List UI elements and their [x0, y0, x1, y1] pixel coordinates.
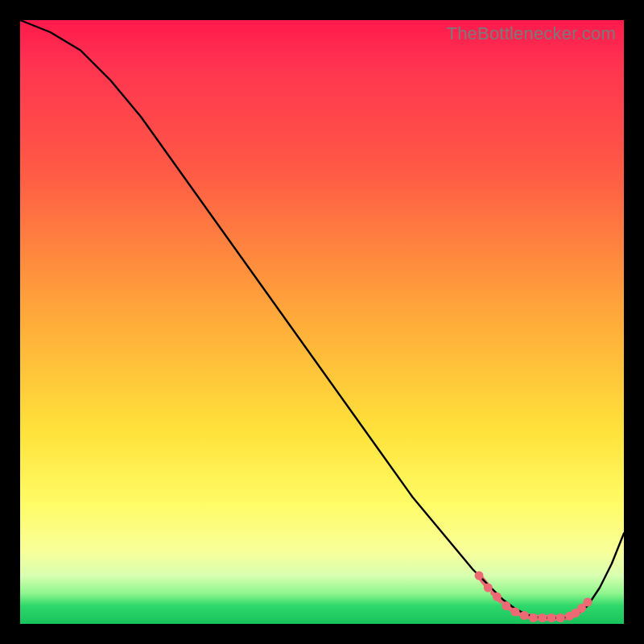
- highlight-marker: [538, 613, 547, 622]
- highlight-marker: [484, 584, 493, 592]
- highlight-marker: [584, 598, 592, 607]
- marker-layer: [475, 572, 592, 623]
- highlight-marker: [511, 608, 520, 617]
- highlight-marker: [556, 613, 565, 622]
- chart-svg: [20, 20, 624, 624]
- highlight-marker: [547, 613, 556, 622]
- highlight-marker: [529, 613, 538, 622]
- bottleneck-curve: [20, 20, 624, 618]
- highlight-marker: [520, 611, 529, 620]
- highlight-marker: [493, 592, 502, 601]
- highlight-marker: [502, 601, 510, 610]
- plot-area: TheBottlenecker.com: [20, 20, 624, 624]
- highlight-marker: [475, 572, 484, 580]
- chart-stage: TheBottlenecker.com: [0, 0, 644, 644]
